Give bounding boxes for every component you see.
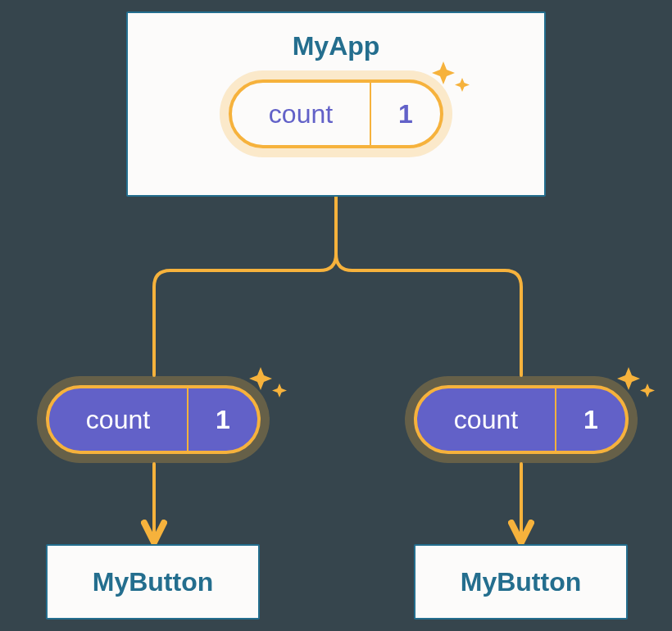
prop-value: 1: [188, 388, 257, 451]
prop-pill: count 1: [414, 385, 629, 454]
prop-label: count: [417, 388, 556, 451]
connector-right: [336, 197, 521, 375]
diagram-root: MyApp count 1 count 1 count: [0, 0, 672, 631]
child-prop-pill-right: count 1: [414, 385, 629, 454]
child-component-label: MyButton: [461, 567, 582, 597]
prop-label: count: [49, 388, 188, 451]
parent-component-box: MyApp count 1: [126, 11, 546, 197]
prop-pill: count 1: [46, 385, 261, 454]
connector-left: [154, 197, 336, 375]
parent-state-pill: count 1: [229, 79, 443, 148]
state-label: count: [232, 83, 371, 145]
prop-value: 1: [556, 388, 625, 451]
child-component-box-right: MyButton: [414, 544, 628, 620]
child-prop-pill-left: count 1: [46, 385, 261, 454]
parent-title: MyApp: [293, 31, 380, 61]
child-component-label: MyButton: [93, 567, 214, 597]
state-pill: count 1: [229, 79, 443, 148]
state-value: 1: [371, 83, 440, 145]
child-component-box-left: MyButton: [46, 544, 260, 620]
